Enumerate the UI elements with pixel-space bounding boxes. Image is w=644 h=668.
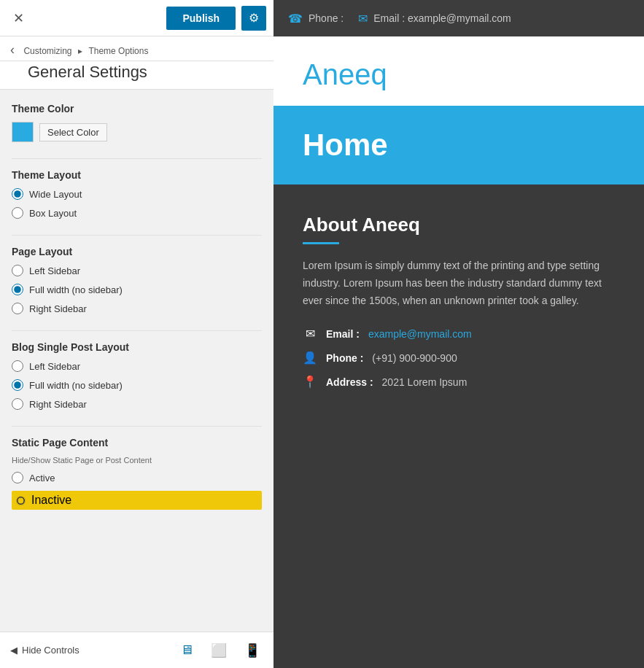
preview-logo-bar: Aneeq xyxy=(273,36,644,106)
hide-controls-label: Hide Controls xyxy=(22,645,79,656)
blog-layout-left[interactable]: Left Sidebar xyxy=(12,360,262,372)
phone-label: Phone : xyxy=(309,12,344,24)
left-panel: ✕ Publish ⚙ ‹ Customizing ▸ Theme Option… xyxy=(0,0,273,668)
breadcrumb-section: Theme Options xyxy=(88,46,148,56)
page-title: General Settings xyxy=(0,61,273,90)
contact-email-label: Email : xyxy=(326,328,360,340)
breadcrumb-bar: ‹ Customizing ▸ Theme Options xyxy=(0,36,273,61)
blog-layout-options: Left Sidebar Full width (no sidebar) Rig… xyxy=(12,360,262,410)
color-picker-row: Select Color xyxy=(12,122,262,142)
divider-2 xyxy=(12,235,262,236)
email-icon: ✉ xyxy=(358,12,368,26)
preview-about-divider xyxy=(303,242,339,244)
contact-address-icon: 📍 xyxy=(303,375,317,389)
page-layout-full[interactable]: Full width (no sidebar) xyxy=(12,284,262,295)
page-layout-label: Page Layout xyxy=(12,246,262,257)
inactive-highlight[interactable]: Inactive xyxy=(12,491,262,510)
preview-email: ✉ Email : example@mymail.com xyxy=(358,12,511,26)
preview-topbar: ☎ Phone : ✉ Email : example@mymail.com xyxy=(273,0,644,36)
panel-content: Theme Color Select Color Theme Layout Wi… xyxy=(0,90,273,632)
breadcrumb-customizing: Customizing xyxy=(23,46,71,56)
close-button[interactable]: ✕ xyxy=(7,7,29,29)
theme-layout-box[interactable]: Box Layout xyxy=(12,207,262,219)
preview-about: About Aneeq Lorem Ipsum is simply dummy … xyxy=(273,185,644,668)
top-bar: ✕ Publish ⚙ xyxy=(0,0,273,36)
select-color-button[interactable]: Select Color xyxy=(39,123,107,141)
blog-layout-full[interactable]: Full width (no sidebar) xyxy=(12,379,262,391)
preview-phone: ☎ Phone : xyxy=(288,12,344,26)
divider-3 xyxy=(12,330,262,331)
preview-contact-email: ✉ Email : example@mymail.com xyxy=(303,327,615,341)
theme-layout-section: Theme Layout Wide Layout Box Layout xyxy=(12,169,262,219)
theme-layout-wide[interactable]: Wide Layout xyxy=(12,188,262,200)
email-label: Email : example@mymail.com xyxy=(373,12,511,24)
page-layout-options: Left Sidebar Full width (no sidebar) Rig… xyxy=(12,265,262,314)
theme-layout-options: Wide Layout Box Layout xyxy=(12,188,262,219)
mobile-view-button[interactable]: 📱 xyxy=(241,640,263,661)
preview-hero: Home xyxy=(273,106,644,185)
hide-controls-icon: ◀ xyxy=(10,645,18,656)
gear-button[interactable]: ⚙ xyxy=(241,6,266,31)
phone-icon: ☎ xyxy=(288,12,303,26)
bottom-bar: ◀ Hide Controls 🖥 ⬜ 📱 xyxy=(0,632,273,668)
preview-about-body: Lorem Ipsum is simply dummy text of the … xyxy=(303,257,615,309)
preview-contact-phone: 👤 Phone : (+91) 900-900-900 xyxy=(303,351,615,365)
desktop-view-button[interactable]: 🖥 xyxy=(177,640,196,661)
contact-phone-value: (+91) 900-900-900 xyxy=(372,352,457,364)
preview-logo: Aneeq xyxy=(303,58,615,91)
publish-button[interactable]: Publish xyxy=(166,7,236,30)
static-page-options: Active Inactive xyxy=(12,472,262,510)
breadcrumb-separator: ▸ xyxy=(78,46,82,56)
contact-email-icon: ✉ xyxy=(303,327,317,341)
static-page-active[interactable]: Active xyxy=(12,472,262,483)
tablet-view-button[interactable]: ⬜ xyxy=(208,640,230,661)
blog-layout-right[interactable]: Right Sidebar xyxy=(12,398,262,410)
contact-address-label: Address : xyxy=(326,376,373,388)
preview-panel: ☎ Phone : ✉ Email : example@mymail.com A… xyxy=(273,0,644,668)
theme-color-section: Theme Color Select Color xyxy=(12,103,262,142)
preview-about-title: About Aneeq xyxy=(303,214,615,236)
contact-email-value[interactable]: example@mymail.com xyxy=(368,328,472,340)
static-page-label: Static Page Content xyxy=(12,437,262,448)
contact-address-value: 2021 Lorem Ipsum xyxy=(382,376,468,388)
static-page-section: Static Page Content Hide/Show Static Pag… xyxy=(12,437,262,510)
color-swatch[interactable] xyxy=(12,122,34,142)
page-layout-left[interactable]: Left Sidebar xyxy=(12,265,262,276)
divider-1 xyxy=(12,158,262,159)
preview-hero-title: Home xyxy=(303,128,615,163)
page-layout-right[interactable]: Right Sidebar xyxy=(12,303,262,314)
theme-color-label: Theme Color xyxy=(12,103,262,114)
page-layout-section: Page Layout Left Sidebar Full width (no … xyxy=(12,246,262,314)
preview-contact-address: 📍 Address : 2021 Lorem Ipsum xyxy=(303,375,615,389)
contact-phone-icon: 👤 xyxy=(303,351,317,365)
blog-layout-section: Blog Single Post Layout Left Sidebar Ful… xyxy=(12,341,262,410)
blog-layout-label: Blog Single Post Layout xyxy=(12,341,262,353)
divider-4 xyxy=(12,426,262,427)
back-button[interactable]: ‹ xyxy=(10,42,15,58)
theme-layout-label: Theme Layout xyxy=(12,169,262,181)
hide-controls-button[interactable]: ◀ Hide Controls xyxy=(10,645,79,656)
contact-phone-label: Phone : xyxy=(326,352,363,364)
static-page-subtitle: Hide/Show Static Page or Post Content xyxy=(12,456,262,465)
